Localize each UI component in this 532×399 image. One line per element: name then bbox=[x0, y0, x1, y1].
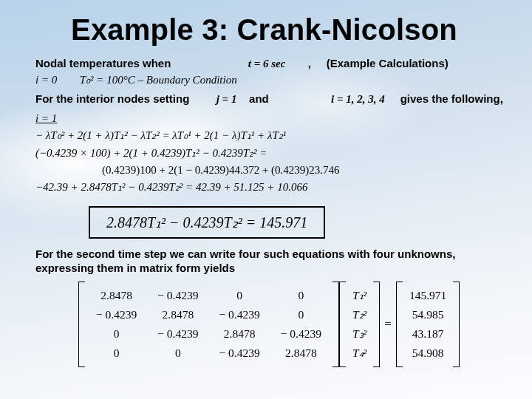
eq-t6: t = 6 sec bbox=[248, 58, 286, 69]
text-comma: , bbox=[308, 57, 311, 69]
matrix-equation: 2.8478− 0.423900 − 0.42392.8478− 0.42390… bbox=[78, 282, 505, 367]
paragraph-second-step: For the second time step we can write fo… bbox=[35, 248, 505, 276]
eq-i1234: i = 1, 2, 3, 4 bbox=[331, 93, 385, 105]
equals-sign: = bbox=[380, 317, 396, 332]
eq-boundary-condition: i = 0 T₀² = 100°C – Boundary Condition bbox=[35, 73, 505, 86]
vector-x: T₁² T₂² T₃² T₄² bbox=[339, 282, 380, 367]
eq-row4: −42.39 + 2.8478T₁² − 0.4239T₂² = 42.39 +… bbox=[35, 179, 505, 196]
eq-row3: (0.4239)100 + 2(1 − 0.4239)44.372 + (0.4… bbox=[35, 162, 505, 179]
derivation-block: i = 1 − λT₀² + 2(1 + λ)T₁² − λT₂² = λT₀¹… bbox=[35, 110, 505, 196]
text-interior-a: For the interior nodes setting bbox=[35, 92, 189, 105]
text-nodal-a: Nodal temperatures when bbox=[35, 57, 171, 69]
line-nodal-temps: Nodal temperatures when t = 6 sec , (Exa… bbox=[35, 57, 505, 70]
line-interior-nodes: For the interior nodes setting j = 1 and… bbox=[35, 92, 505, 106]
eq-j1: j = 1 bbox=[216, 93, 237, 105]
matrix-A: 2.8478− 0.423900 − 0.42392.8478− 0.42390… bbox=[78, 282, 339, 367]
eq-row1: − λT₀² + 2(1 + λ)T₁² − λT₂² = λT₀¹ + 2(1… bbox=[35, 127, 505, 144]
eq-bc-expr: T₀² = 100°C – Boundary Condition bbox=[80, 74, 237, 86]
eq-i1: i = 1 bbox=[35, 112, 57, 124]
slide-title: Example 3: Crank-Nicolson bbox=[71, 13, 505, 47]
vector-b: 145.971 54.985 43.187 54.908 bbox=[396, 282, 460, 367]
text-gives: gives the following, bbox=[400, 92, 503, 105]
text-and: and bbox=[249, 92, 269, 105]
boxed-result: 2.8478T₁² − 0.4239T₂² = 145.971 bbox=[89, 206, 325, 239]
text-example-calc: (Example Calculations) bbox=[327, 57, 449, 69]
eq-row2: (−0.4239 × 100) + 2(1 + 0.4239)T₁² − 0.4… bbox=[35, 145, 505, 162]
